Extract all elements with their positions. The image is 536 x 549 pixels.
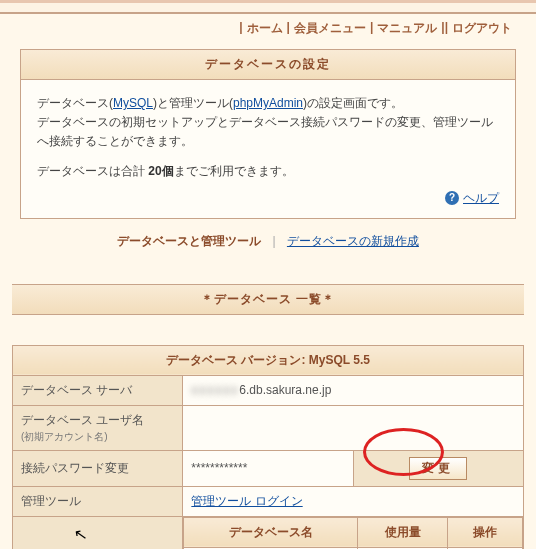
- subnav: データベースと管理ツール | データベースの新規作成: [0, 223, 536, 266]
- panel-title: データベースの設定: [21, 50, 515, 80]
- db-inner-table: データベース名 使用量 操作 dbnamedbname86.39MB削除dbna…: [183, 517, 523, 549]
- col-name: データベース名: [184, 517, 358, 547]
- settings-panel: データベースの設定 データベース(MySQL)と管理ツール(phpMyAdmin…: [20, 49, 516, 219]
- col-ops: 操作: [448, 517, 523, 547]
- label-databases: データベース: [13, 516, 183, 549]
- list-heading: ＊データベース 一覧＊: [12, 284, 524, 315]
- mysql-link[interactable]: MySQL: [113, 96, 153, 110]
- value-password: ************: [183, 450, 353, 486]
- version-row: データベース バージョン: MySQL 5.5: [13, 345, 524, 375]
- help-icon: ?: [445, 191, 459, 205]
- label-password: 接続パスワード変更: [13, 450, 183, 486]
- change-password-button[interactable]: 変更: [409, 457, 467, 480]
- admin-tool-login-link[interactable]: 管理ツール ログイン: [191, 494, 302, 508]
- quota-note: データベースは合計 20個までご利用できます。: [37, 162, 499, 181]
- menu-manual[interactable]: マニュアル: [377, 20, 437, 37]
- subnav-create-db[interactable]: データベースの新規作成: [287, 234, 419, 248]
- db-grid: データベース バージョン: MySQL 5.5 データベース サーバ xxxxx…: [12, 345, 524, 549]
- col-usage: 使用量: [358, 517, 448, 547]
- subnav-current: データベースと管理ツール: [117, 234, 261, 248]
- menu-member[interactable]: 会員メニュー: [294, 20, 366, 37]
- value-server: xxxxxx6.db.sakura.ne.jp: [183, 375, 524, 405]
- label-server: データベース サーバ: [13, 375, 183, 405]
- phpmyadmin-link[interactable]: phpMyAdmin: [233, 96, 303, 110]
- value-user: [183, 405, 524, 450]
- panel-desc: データベース(MySQL)と管理ツール(phpMyAdmin)の設定画面です。 …: [37, 94, 499, 152]
- menu-logout[interactable]: ログアウト: [452, 20, 512, 37]
- label-tool: 管理ツール: [13, 486, 183, 516]
- help-link[interactable]: ヘルプ: [463, 189, 499, 208]
- label-user: データベース ユーザ名(初期アカウント名): [13, 405, 183, 450]
- top-menu: | ホーム | 会員メニュー | マニュアル || ログアウト: [0, 14, 536, 45]
- menu-home[interactable]: ホーム: [247, 20, 283, 37]
